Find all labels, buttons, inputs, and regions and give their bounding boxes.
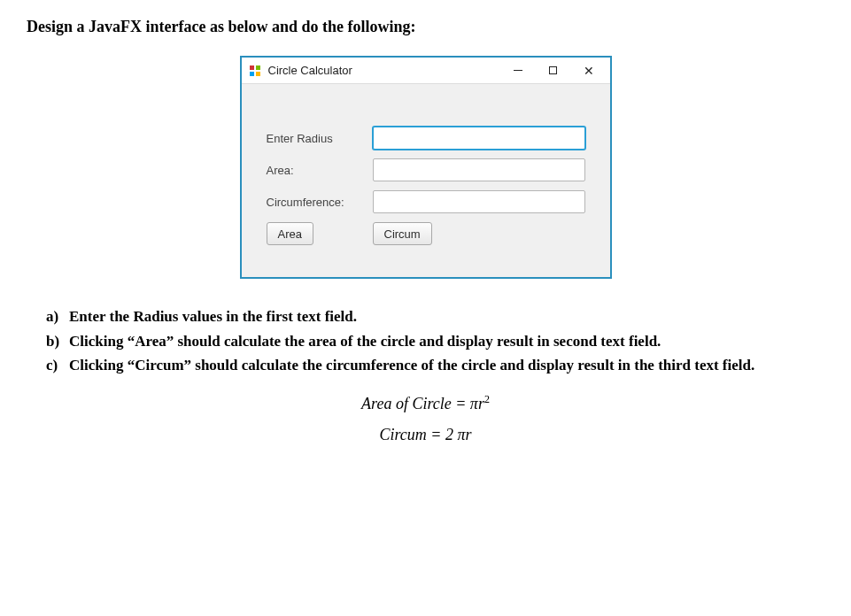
window-container: Circle Calculator ✕ Enter Radius Area: C… xyxy=(27,56,824,279)
svg-rect-0 xyxy=(250,65,254,70)
window-title: Circle Calculator xyxy=(268,64,352,77)
instruction-marker: a) xyxy=(46,305,69,328)
instruction-a: a) Enter the Radius values in the first … xyxy=(46,305,817,328)
window-body: Enter Radius Area: Circumference: Area C… xyxy=(242,84,610,277)
maximize-icon xyxy=(549,66,557,74)
maximize-button[interactable] xyxy=(536,58,571,83)
close-icon: ✕ xyxy=(584,65,594,77)
svg-rect-1 xyxy=(256,65,260,70)
radius-label: Enter Radius xyxy=(267,132,373,145)
formula-block: Area of Circle = πr2 Circum = 2 πr xyxy=(27,393,824,444)
app-window: Circle Calculator ✕ Enter Radius Area: C… xyxy=(240,56,612,279)
area-button[interactable]: Area xyxy=(267,222,313,245)
svg-rect-3 xyxy=(256,72,260,76)
page-heading: Design a JavaFX interface as below and d… xyxy=(27,18,824,36)
instructions-list: a) Enter the Radius values in the first … xyxy=(27,305,824,377)
svg-rect-2 xyxy=(250,72,254,76)
radius-input[interactable] xyxy=(373,127,585,150)
titlebar: Circle Calculator ✕ xyxy=(242,58,610,84)
circumference-output[interactable] xyxy=(373,190,585,213)
instruction-marker: c) xyxy=(46,354,69,377)
instruction-text: Enter the Radius values in the first tex… xyxy=(69,305,817,328)
area-formula: Area of Circle = πr2 xyxy=(27,393,824,413)
area-label: Area: xyxy=(267,164,373,177)
instruction-c: c) Clicking “Circum” should calculate th… xyxy=(46,354,817,377)
circumference-label: Circumference: xyxy=(267,196,373,209)
circum-formula: Circum = 2 πr xyxy=(27,426,824,444)
instruction-text: Clicking “Circum” should calculate the c… xyxy=(69,354,817,377)
minimize-button[interactable] xyxy=(500,58,536,83)
app-icon xyxy=(249,65,261,77)
minimize-icon xyxy=(514,70,522,71)
circum-button[interactable]: Circum xyxy=(373,222,432,245)
instruction-b: b) Clicking “Area” should calculate the … xyxy=(46,330,817,353)
area-output[interactable] xyxy=(373,158,585,181)
close-button[interactable]: ✕ xyxy=(571,58,607,83)
instruction-text: Clicking “Area” should calculate the are… xyxy=(69,330,817,353)
instruction-marker: b) xyxy=(46,330,69,353)
